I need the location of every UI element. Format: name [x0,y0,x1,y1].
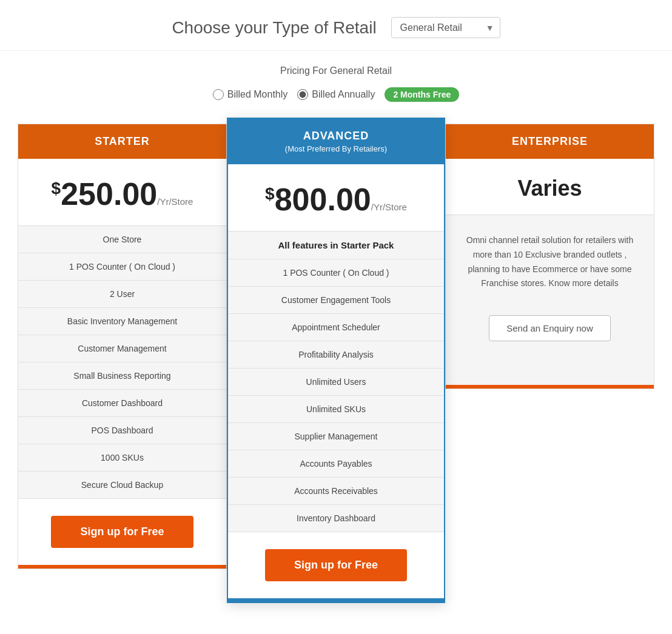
starter-price: $250.00/Yr/Store [52,176,193,212]
list-item: Accounts Receivables [228,478,444,505]
enterprise-plan-name: ENTERPRISE [512,135,588,147]
enterprise-price-varies: Varies [446,159,654,215]
enterprise-plan-header: ENTERPRISE [446,124,654,159]
starter-signup-button[interactable]: Sign up for Free [51,516,193,548]
advanced-plan-header: ADVANCED (Most Preferred By Retailers) [228,119,444,164]
starter-currency: $ [52,179,61,198]
billing-annually-radio[interactable] [297,89,308,100]
enterprise-bottom-accent [446,385,654,389]
starter-bottom-accent [18,565,226,569]
billing-monthly-radio[interactable] [213,89,224,100]
advanced-plan-name: ADVANCED [303,130,369,142]
advanced-signup-button[interactable]: Sign up for Free [265,549,407,581]
pricing-section: Pricing For General Retail Billed Monthl… [0,51,672,627]
retail-type-select[interactable]: General Retail Fashion Retail Food & Bev… [391,17,500,38]
list-item: Small Business Reporting [18,362,226,390]
billing-monthly-label: Billed Monthly [227,89,288,100]
list-item: Secure Cloud Backup [18,472,226,499]
plans-container: STARTER $250.00/Yr/Store One Store 1 POS… [12,124,660,603]
billing-toggle: Billed Monthly Billed Annually 2 Months … [213,87,460,102]
list-item: 1000 SKUs [18,444,226,472]
list-item: Inventory Dashboard [228,505,444,532]
list-item: Customer Engagement Tools [228,287,444,314]
list-item: Unlimited SKUs [228,396,444,423]
starter-plan-header: STARTER [18,124,226,159]
advanced-plan-subtitle: (Most Preferred By Retailers) [234,144,438,153]
advanced-features-header: All features in Starter Pack [228,232,444,259]
advanced-cta-box: Sign up for Free [228,532,444,598]
list-item: Appointment Scheduler [228,314,444,341]
advanced-price: $800.00/Yr/Store [265,182,407,217]
advanced-feature-list: All features in Starter Pack 1 POS Count… [228,232,444,532]
enterprise-description: Omni channel retail solution for retaile… [446,215,654,385]
list-item: Customer Dashboard [18,390,226,417]
list-item: One Store [18,226,226,253]
advanced-price-box: $800.00/Yr/Store [228,164,444,232]
starter-cta-box: Sign up for Free [18,499,226,565]
billing-annually-label: Billed Annually [312,89,375,100]
list-item: 1 POS Counter ( On Cloud ) [18,253,226,281]
list-item: POS Dashboard [18,417,226,444]
starter-period: /Yr/Store [157,196,193,207]
page-title: Choose your Type of Retail [172,18,376,38]
two-months-free-badge: 2 Months Free [385,87,459,102]
list-item: 1 POS Counter ( On Cloud ) [228,259,444,287]
advanced-currency: $ [265,184,275,203]
list-item: Accounts Payables [228,450,444,478]
starter-plan-card: STARTER $250.00/Yr/Store One Store 1 POS… [18,124,227,569]
starter-plan-name: STARTER [95,135,150,147]
list-item: Supplier Management [228,423,444,450]
pricing-subtitle: Pricing For General Retail [280,65,392,76]
send-enquiry-button[interactable]: Send an Enquiry now [489,315,611,341]
advanced-plan-card: ADVANCED (Most Preferred By Retailers) $… [227,118,445,603]
list-item: 2 User [18,281,226,308]
enterprise-plan-card: ENTERPRISE Varies Omni channel retail so… [445,124,654,389]
billing-annually-option[interactable]: Billed Annually [297,89,375,100]
starter-feature-list: One Store 1 POS Counter ( On Cloud ) 2 U… [18,226,226,499]
list-item: Unlimited Users [228,369,444,396]
starter-price-box: $250.00/Yr/Store [18,159,226,226]
list-item: Profitability Analysis [228,341,444,369]
billing-monthly-option[interactable]: Billed Monthly [213,89,288,100]
advanced-period: /Yr/Store [371,202,407,212]
list-item: Customer Management [18,335,226,362]
retail-select-wrapper[interactable]: General Retail Fashion Retail Food & Bev… [391,17,500,38]
list-item: Basic Inventory Management [18,308,226,335]
page-header: Choose your Type of Retail General Retai… [0,0,672,51]
advanced-bottom-accent [228,598,444,602]
